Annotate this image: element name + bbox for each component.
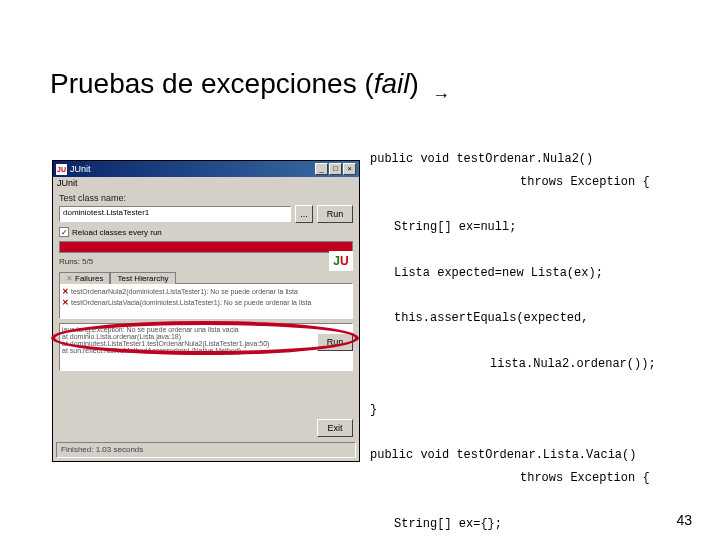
window-title: JUnit	[70, 164, 91, 174]
arrow-icon: →	[432, 85, 450, 106]
code-line: public void testOrdenar.Nula2()	[370, 152, 593, 166]
run-button-side[interactable]: Run	[317, 333, 353, 351]
reload-label: Reload classes every run	[72, 228, 162, 237]
code-line: throws Exception {	[370, 171, 656, 194]
code-line: Lista expected=new Lista(ex);	[370, 262, 656, 285]
title-text-1: Pruebas de excepciones (	[50, 68, 374, 99]
run-button[interactable]: Run	[317, 205, 353, 223]
code-snippet: public void testOrdenar.Nula2() throws E…	[370, 125, 656, 540]
exit-button[interactable]: Exit	[317, 419, 353, 437]
trace-line: at dominio.Lista.ordenar(Lista.java:18)	[62, 333, 350, 340]
runs-label: Runs: 5/5	[59, 257, 93, 266]
title-text-fail: fail	[374, 68, 410, 99]
tab-hierarchy[interactable]: Test Hierarchy	[110, 272, 175, 284]
titlebar: JU JUnit _ □ ×	[53, 161, 359, 177]
list-item: ✕testOrdenarNula2(dominiotest.ListaTeste…	[62, 286, 350, 297]
trace-line: at dominiotest.ListaTester1.testOrdenarN…	[62, 340, 350, 347]
maximize-button[interactable]: □	[329, 163, 342, 175]
stacktrace-list[interactable]: java.lang.Exception: No se puede ordenar…	[59, 323, 353, 371]
code-line: String[] ex={};	[370, 513, 656, 536]
page-number: 43	[676, 512, 692, 528]
title-text-3: )	[410, 68, 419, 99]
code-line: lista.Nula2.ordenar());	[370, 353, 656, 376]
status-text: Finished: 1.03 seconds	[61, 445, 143, 455]
junit-window: JU JUnit _ □ × JUnit Test class name: do…	[52, 160, 360, 462]
trace-line: at sun.reflect.NativeMethodAccessorImpl.…	[62, 347, 350, 354]
slide-title: Pruebas de excepciones (fail)	[50, 68, 419, 100]
list-item: ✕testOrdenarListaVacia(dominiotest.Lista…	[62, 297, 350, 308]
junit-icon: JU	[56, 164, 67, 175]
failures-list[interactable]: ✕testOrdenarNula2(dominiotest.ListaTeste…	[59, 283, 353, 319]
code-line: }	[370, 403, 377, 417]
code-line: throws Exception {	[370, 467, 656, 490]
reload-checkbox[interactable]: ✓	[59, 227, 69, 237]
tab-failures[interactable]: ✕Failures	[59, 272, 110, 284]
classname-input[interactable]: dominiotest.ListaTester1	[59, 206, 291, 222]
minimize-button[interactable]: _	[315, 163, 328, 175]
code-line: String[] ex=null;	[370, 216, 656, 239]
code-line: this.assertEquals(expected,	[370, 307, 656, 330]
progress-bar	[59, 241, 353, 253]
browse-button[interactable]: ...	[295, 205, 313, 223]
status-bar: Finished: 1.03 seconds	[56, 442, 356, 458]
code-line: public void testOrdenar.Lista.Vacia()	[370, 448, 636, 462]
close-button[interactable]: ×	[343, 163, 356, 175]
label-testclass: Test class name:	[53, 191, 359, 203]
trace-line: java.lang.Exception: No se puede ordenar…	[62, 326, 350, 333]
menubar[interactable]: JUnit	[53, 177, 359, 191]
junit-logo: JU	[329, 251, 353, 271]
